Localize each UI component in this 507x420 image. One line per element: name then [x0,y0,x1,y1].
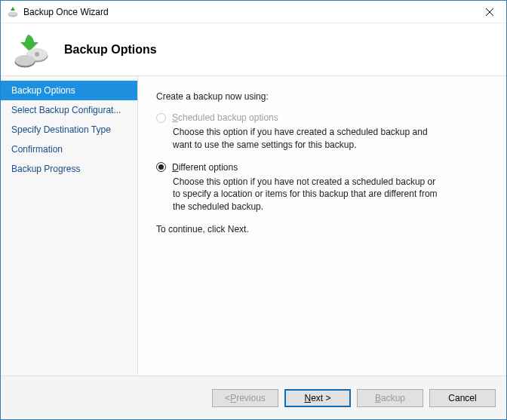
prompt-text: Create a backup now using: [156,91,488,102]
radio-scheduled [156,113,166,123]
sidebar-item-label: Backup Progress [11,164,80,174]
app-icon [7,6,19,18]
close-button[interactable] [472,1,506,23]
wizard-sidebar: Backup Options Select Backup Configurat.… [1,76,138,376]
svg-point-1 [8,11,17,15]
option-different-label: Different options [172,162,238,173]
option-scheduled-label: Scheduled backup options [172,112,278,123]
page-title: Backup Options [64,43,157,57]
option-different-desc: Choose this option if you have not creat… [173,176,444,213]
sidebar-item-label: Confirmation [11,144,63,155]
wizard-footer: < Previous Next > Backup Cancel [1,376,506,419]
sidebar-item-label: Backup Options [11,85,75,96]
wizard-header: Backup Options [1,23,506,76]
sidebar-item-label: Specify Destination Type [11,124,111,135]
option-scheduled: Scheduled backup options [156,112,488,123]
option-scheduled-desc: Choose this option if you have created a… [173,126,444,152]
wizard-content: Create a backup now using: Scheduled bac… [138,76,506,376]
next-button[interactable]: Next > [284,389,351,407]
wizard-window: Backup Once Wizard Backup Options Backup [0,0,507,420]
wizard-body: Backup Options Select Backup Configurat.… [1,76,506,376]
svg-point-6 [35,52,39,57]
window-title: Backup Once Wizard [23,7,472,17]
titlebar: Backup Once Wizard [1,1,506,23]
sidebar-item-label: Select Backup Configurat... [11,105,121,115]
svg-point-8 [15,55,35,66]
cancel-button[interactable]: Cancel [429,389,496,407]
sidebar-item-backup-progress[interactable]: Backup Progress [1,159,137,179]
backup-icon [13,32,49,68]
sidebar-item-specify-destination[interactable]: Specify Destination Type [1,120,137,139]
option-different[interactable]: Different options [156,162,488,173]
radio-dot-icon [158,164,164,170]
sidebar-item-confirmation[interactable]: Confirmation [1,139,137,159]
continue-text: To continue, click Next. [156,224,488,235]
sidebar-item-backup-options[interactable]: Backup Options [1,81,137,100]
previous-button: < Previous [212,389,278,407]
backup-button: Backup [357,389,423,407]
sidebar-item-select-backup-config[interactable]: Select Backup Configurat... [1,100,137,120]
radio-different[interactable] [156,162,166,172]
